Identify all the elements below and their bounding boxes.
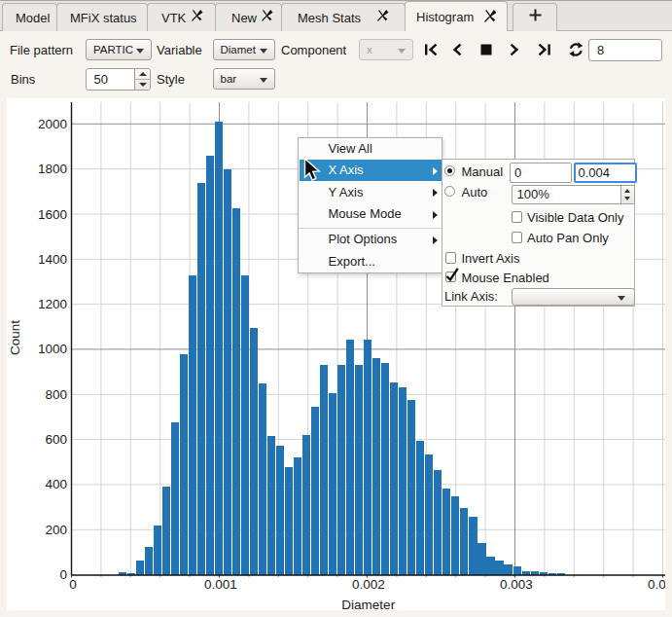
svg-text:1400: 1400 (38, 252, 67, 267)
svg-text:0: 0 (59, 567, 67, 582)
svg-text:0: 0 (69, 577, 77, 592)
svg-text:0.002: 0.002 (352, 577, 385, 592)
svg-text:1200: 1200 (38, 297, 67, 311)
svg-text:0.001: 0.001 (204, 577, 237, 592)
svg-text:1600: 1600 (38, 207, 67, 222)
svg-text:0.004: 0.004 (648, 577, 665, 592)
svg-text:2000: 2000 (38, 117, 67, 131)
svg-text:0.003: 0.003 (500, 577, 533, 592)
svg-text:800: 800 (45, 387, 67, 402)
svg-text:1800: 1800 (38, 162, 67, 176)
svg-text:1000: 1000 (38, 342, 67, 356)
svg-text:600: 600 (45, 432, 67, 447)
svg-text:Diameter: Diameter (341, 598, 395, 610)
svg-text:Count: Count (8, 320, 22, 355)
svg-text:200: 200 (45, 523, 67, 537)
svg-text:400: 400 (45, 477, 67, 491)
